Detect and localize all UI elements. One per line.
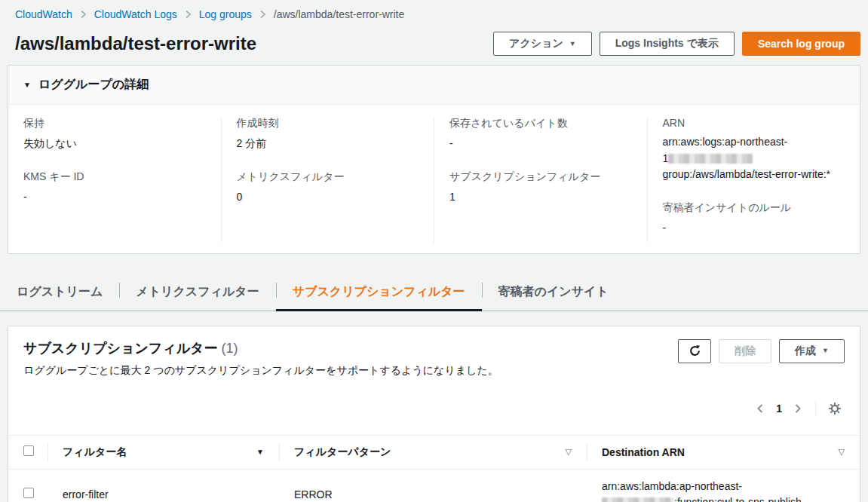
search-log-group-button[interactable]: Search log group — [742, 32, 860, 56]
caret-down-icon: ▼ — [822, 347, 829, 354]
details-column-3: 保存されているバイト数 - サブスクリプションフィルター 1 — [434, 117, 647, 243]
retention-value: 失効しない — [23, 136, 206, 152]
stored-bytes-label: 保存されているバイト数 — [449, 117, 632, 130]
destination-arn-header-label: Destination ARN — [602, 446, 685, 458]
tab-bar: ログストリーム メトリクスフィルター サブスクリプションフィルター 寄稿者のイン… — [0, 273, 868, 311]
stored-bytes-value: - — [449, 136, 632, 152]
page-title: /aws/lambda/test-error-write — [15, 33, 256, 54]
sort-desc-icon: ▼ — [256, 448, 264, 456]
breadcrumb: CloudWatch CloudWatch Logs Log groups /a… — [0, 0, 868, 20]
details-grid: 保持 失効しない KMS キー ID - 作成時刻 2 分前 メトリクスフィルタ… — [8, 105, 860, 253]
subscription-filters-head: サブスクリプションフィルター (1) ロググループごとに最大 2 つのサブスクリ… — [8, 326, 860, 378]
tab-metric-filters[interactable]: メトリクスフィルター — [119, 273, 275, 311]
select-all-header-cell — [8, 435, 48, 469]
delete-button-label: 削除 — [735, 344, 756, 358]
select-all-checkbox[interactable] — [23, 445, 34, 456]
kms-key-id-value: - — [23, 189, 206, 206]
filter-name-header-label: フィルター名 — [63, 445, 127, 459]
arn-label: ARN — [663, 117, 845, 129]
subscription-filters-count-label: サブスクリプションフィルター — [449, 170, 632, 184]
contributor-insights-rules-label: 寄稿者インサイトのルール — [663, 201, 845, 215]
subscription-filters-card: サブスクリプションフィルター (1) ロググループごとに最大 2 つのサブスクリ… — [8, 326, 860, 502]
subscription-filters-title: サブスクリプションフィルター (1) — [23, 339, 498, 357]
metric-filters-label: メトリクスフィルター — [237, 170, 419, 184]
column-header-filter-name[interactable]: フィルター名 ▼ — [48, 435, 279, 469]
redacted-account-id — [668, 154, 753, 164]
subscription-filters-actions: 削除 作成 ▼ — [678, 339, 845, 363]
chevron-right-icon — [80, 10, 87, 19]
filter-pattern-header-label: フィルターパターン — [294, 445, 391, 459]
redacted-account-id — [602, 497, 674, 502]
collapse-caret-icon: ▼ — [23, 81, 31, 89]
breadcrumb-current: /aws/lambda/test-error-write — [274, 8, 405, 20]
log-group-details-card: ▼ ロググループの詳細 保持 失効しない KMS キー ID - 作成時刻 2 … — [8, 65, 860, 254]
details-section-toggle[interactable]: ▼ ロググループの詳細 — [8, 66, 860, 105]
subscription-filters-heading: サブスクリプションフィルター (1) ロググループごとに最大 2 つのサブスクリ… — [23, 339, 498, 378]
filter-pattern-cell: ERROR — [279, 469, 587, 502]
sort-icon: ▽ — [839, 447, 845, 457]
chevron-right-icon — [259, 10, 266, 19]
kms-key-id-label: KMS キー ID — [23, 170, 206, 184]
chevron-right-icon — [185, 10, 192, 19]
metric-filters-value: 0 — [237, 189, 419, 206]
arn-line1: arn:aws:logs:ap-northeast- — [663, 136, 788, 148]
search-log-group-label: Search log group — [758, 38, 845, 50]
create-button-label: 作成 — [795, 344, 816, 358]
chevron-right-icon — [793, 403, 803, 415]
column-header-destination-arn[interactable]: Destination ARN ▽ — [587, 435, 860, 469]
breadcrumb-link-cloudwatch-logs[interactable]: CloudWatch Logs — [94, 8, 177, 20]
tab-subscription-filters[interactable]: サブスクリプションフィルター — [276, 273, 482, 311]
logs-insights-label: Logs Insights で表示 — [615, 37, 719, 51]
subscription-filters-count-badge: (1) — [222, 341, 238, 356]
caret-down-icon: ▼ — [569, 41, 576, 47]
gear-icon — [828, 402, 842, 415]
creation-time-label: 作成時刻 — [237, 117, 419, 130]
refresh-button[interactable] — [678, 339, 711, 363]
pagination-divider — [815, 400, 816, 417]
view-in-logs-insights-button[interactable]: Logs Insights で表示 — [600, 32, 735, 56]
destination-arn-line2: :function:cwl-to-sns-publish — [674, 496, 802, 502]
delete-button[interactable]: 削除 — [719, 339, 771, 363]
destination-arn-cell: arn:aws:lambda:ap-northeast- :function:c… — [587, 469, 860, 502]
create-dropdown-button[interactable]: 作成 ▼ — [779, 339, 845, 363]
previous-page-button[interactable] — [752, 399, 768, 418]
destination-arn-line1: arn:aws:lambda:ap-northeast- — [602, 480, 742, 492]
chevron-left-icon — [755, 403, 765, 415]
subscription-filters-title-text: サブスクリプションフィルター — [23, 341, 217, 356]
actions-dropdown-label: アクション — [509, 37, 563, 51]
details-column-1: 保持 失効しない KMS キー ID - — [8, 117, 221, 243]
next-page-button[interactable] — [790, 399, 806, 418]
tab-contributor-insights[interactable]: 寄稿者のインサイト — [482, 273, 625, 311]
row-select-cell — [8, 469, 48, 502]
row-checkbox[interactable] — [23, 488, 34, 498]
contributor-insights-rules-value: - — [663, 220, 845, 237]
refresh-icon — [689, 344, 701, 357]
breadcrumb-link-cloudwatch[interactable]: CloudWatch — [15, 8, 72, 20]
details-column-4: ARN arn:aws:logs:ap-northeast- 1 group:/… — [647, 117, 860, 243]
page-header: /aws/lambda/test-error-write アクション ▼ Log… — [0, 20, 868, 65]
filter-name-cell: error-filter — [48, 469, 279, 502]
column-header-filter-pattern[interactable]: フィルターパターン ▽ — [279, 435, 587, 469]
subscription-filters-table: フィルター名 ▼ フィルターパターン ▽ Destination ARN ▽ — [8, 435, 860, 502]
retention-label: 保持 — [23, 117, 206, 130]
subscription-filters-description: ロググループごとに最大 2 つのサブスクリプションフィルターをサポートするように… — [23, 364, 498, 378]
table-settings-button[interactable] — [825, 399, 845, 418]
breadcrumb-link-log-groups[interactable]: Log groups — [199, 8, 252, 20]
pagination: 1 — [8, 378, 860, 427]
table-row: error-filter ERROR arn:aws:lambda:ap-nor… — [8, 469, 860, 502]
arn-value: arn:aws:logs:ap-northeast- 1 group:/aws/… — [663, 134, 845, 183]
header-actions: アクション ▼ Logs Insights で表示 Search log gro… — [493, 32, 860, 56]
arn-line2-prefix: 1 — [663, 152, 669, 164]
page-number-current[interactable]: 1 — [768, 403, 790, 415]
tab-log-streams[interactable]: ログストリーム — [0, 273, 119, 311]
subscription-filters-count-value: 1 — [449, 189, 632, 206]
creation-time-value: 2 分前 — [237, 136, 419, 152]
sort-icon: ▽ — [566, 447, 572, 457]
actions-dropdown-button[interactable]: アクション ▼ — [493, 32, 592, 56]
arn-line3: group:/aws/lambda/test-error-write:* — [663, 168, 831, 180]
details-column-2: 作成時刻 2 分前 メトリクスフィルター 0 — [221, 117, 434, 243]
table-header-row: フィルター名 ▼ フィルターパターン ▽ Destination ARN ▽ — [8, 435, 860, 469]
details-section-title: ロググループの詳細 — [38, 77, 149, 93]
